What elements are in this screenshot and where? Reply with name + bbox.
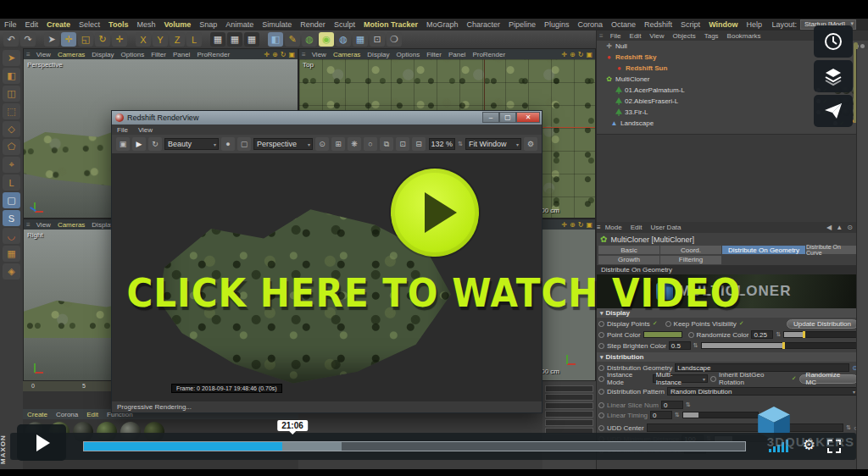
y-axis-lock-icon[interactable]: Y: [153, 32, 168, 47]
color-swatch[interactable]: [643, 331, 682, 338]
vp-menu-panel[interactable]: Panel: [170, 51, 193, 58]
menu-edit[interactable]: Edit: [21, 20, 43, 29]
add-aov-icon[interactable]: ⊡: [396, 137, 409, 151]
menu-create[interactable]: Create: [42, 20, 75, 29]
vp-menu-options[interactable]: Options: [118, 51, 148, 58]
menu-help[interactable]: Help: [743, 20, 767, 29]
selection-tool-icon[interactable]: ➤: [44, 32, 59, 47]
magnet-snap-icon[interactable]: ◡: [3, 228, 20, 244]
vp-zoom-icon[interactable]: ⊕: [570, 51, 576, 58]
checkbox-checked[interactable]: ✓: [739, 320, 744, 327]
checkbox-checked[interactable]: ✓: [792, 375, 797, 382]
pattern-dropdown[interactable]: Random Distribution: [667, 387, 858, 396]
anim-dot-icon[interactable]: [598, 332, 604, 338]
vp-move-icon[interactable]: ✛: [561, 51, 567, 58]
undo-icon[interactable]: ↶: [3, 32, 19, 47]
checkbox-checked[interactable]: ✓: [653, 320, 658, 327]
randomize-color-slider[interactable]: [783, 331, 858, 338]
mat-menu-corona[interactable]: Corona: [52, 411, 82, 418]
minimize-button[interactable]: –: [482, 112, 499, 123]
tweak-mode-icon[interactable]: ➤: [3, 50, 20, 66]
anim-dot-icon[interactable]: [665, 321, 671, 327]
anim-dot-icon[interactable]: [598, 402, 604, 408]
menu-tools[interactable]: Tools: [104, 20, 132, 29]
vp-menu-filter[interactable]: Filter: [147, 51, 170, 58]
vp-maximize-icon[interactable]: ▣: [288, 51, 295, 58]
redo-icon[interactable]: ↷: [20, 32, 36, 47]
render-pass-dropdown[interactable]: Beauty: [164, 138, 219, 150]
share-button[interactable]: [814, 95, 853, 127]
aov-copy-icon[interactable]: ⧉: [380, 137, 393, 151]
vp-maximize-icon[interactable]: ▣: [586, 51, 593, 58]
snap-toggle-icon[interactable]: S: [3, 210, 20, 226]
tab-coord[interactable]: Coord.: [660, 246, 721, 254]
coordinate-field[interactable]: [545, 411, 593, 418]
z-axis-lock-icon[interactable]: Z: [170, 32, 185, 47]
stepper-icon[interactable]: ⇅: [458, 141, 463, 147]
value-input[interactable]: 0: [661, 401, 683, 409]
zoom-level-field[interactable]: 132 %: [429, 138, 456, 150]
history-back-icon[interactable]: ◀: [826, 224, 832, 231]
menu-window[interactable]: Window: [704, 20, 742, 29]
anim-dot-icon[interactable]: [688, 332, 694, 338]
stepper-icon[interactable]: ⇅: [686, 401, 691, 408]
anim-dot-icon[interactable]: [598, 412, 604, 418]
render-view-icon[interactable]: ▦: [210, 32, 225, 47]
anim-dot-icon[interactable]: [710, 376, 716, 382]
texture-mode-icon[interactable]: ◫: [3, 86, 20, 102]
om-menu-edit[interactable]: Edit: [626, 32, 646, 40]
rv-menu-view[interactable]: View: [133, 126, 158, 134]
menu-render[interactable]: Render: [296, 20, 330, 29]
points-mode-icon[interactable]: ⬚: [3, 103, 20, 119]
randomize-mc-button[interactable]: Randomize MC: [799, 374, 858, 384]
viewport-solo-icon[interactable]: ▢: [3, 192, 20, 208]
menu-motion-tracker[interactable]: Motion Tracker: [359, 20, 422, 29]
tab-basic[interactable]: Basic: [598, 246, 659, 254]
parent-up-icon[interactable]: ▲: [836, 224, 843, 231]
stepper-icon[interactable]: ⇅: [846, 424, 851, 431]
lock-panel-icon[interactable]: ⊙: [847, 224, 853, 231]
snapshot-icon[interactable]: ●: [221, 137, 235, 151]
anim-dot-icon[interactable]: [598, 389, 604, 395]
object-axis-icon[interactable]: ⌖: [3, 157, 20, 173]
generator-icon[interactable]: ◉: [319, 32, 334, 47]
anim-dot-icon[interactable]: [598, 365, 604, 371]
maximize-button[interactable]: ▢: [499, 112, 516, 123]
vp-menu-prorender[interactable]: ProRender: [193, 51, 233, 58]
vp-rotate-icon[interactable]: ↻: [281, 51, 287, 58]
save-image-icon[interactable]: ▣: [116, 137, 130, 151]
fit-mode-dropdown[interactable]: Fit Window: [465, 138, 521, 150]
freeze-icon[interactable]: ❋: [348, 137, 361, 151]
am-menu-edit[interactable]: Edit: [626, 224, 647, 231]
value-input[interactable]: 0.25: [751, 330, 773, 339]
menu-plugins[interactable]: Plugins: [540, 20, 574, 29]
tab-distribute-geometry[interactable]: Distribute On Geometry: [722, 246, 805, 254]
vp-menu-view[interactable]: View: [33, 51, 54, 58]
mat-menu-edit[interactable]: Edit: [82, 411, 103, 418]
vp-menu-display[interactable]: Display: [88, 51, 117, 58]
coordinate-field[interactable]: [545, 419, 593, 426]
udd-center-field[interactable]: [647, 423, 844, 432]
pixel-grid-icon[interactable]: ⊞: [331, 137, 345, 151]
recent-posts-button[interactable]: [814, 25, 853, 58]
tab-distribute-curve[interactable]: Distribute On Curve: [806, 246, 857, 254]
coordinate-field[interactable]: [545, 402, 593, 409]
region-crop-icon[interactable]: ▢: [237, 137, 251, 151]
tab-growth[interactable]: Growth: [598, 256, 659, 264]
vp-menu-cameras[interactable]: Cameras: [330, 51, 364, 58]
vp-maximize-icon[interactable]: ▣: [586, 221, 593, 229]
am-menu-mode[interactable]: Mode: [601, 224, 626, 231]
player-play-button[interactable]: [17, 424, 66, 461]
seek-bar[interactable]: [83, 441, 746, 451]
light-icon[interactable]: ❍: [387, 32, 402, 47]
anim-dot-icon[interactable]: [598, 321, 604, 327]
polygons-mode-icon[interactable]: ⬠: [3, 139, 20, 155]
value-input[interactable]: 0.5: [669, 341, 691, 350]
rv-menu-file[interactable]: File: [112, 126, 133, 134]
close-button[interactable]: ✕: [516, 112, 540, 123]
step-brighten-slider[interactable]: [701, 342, 858, 349]
camera-icon[interactable]: ⊡: [370, 32, 385, 47]
menu-pipeline[interactable]: Pipeline: [504, 20, 540, 29]
anim-dot-icon[interactable]: [598, 425, 604, 431]
vp-menu-cameras[interactable]: Cameras: [54, 51, 88, 58]
